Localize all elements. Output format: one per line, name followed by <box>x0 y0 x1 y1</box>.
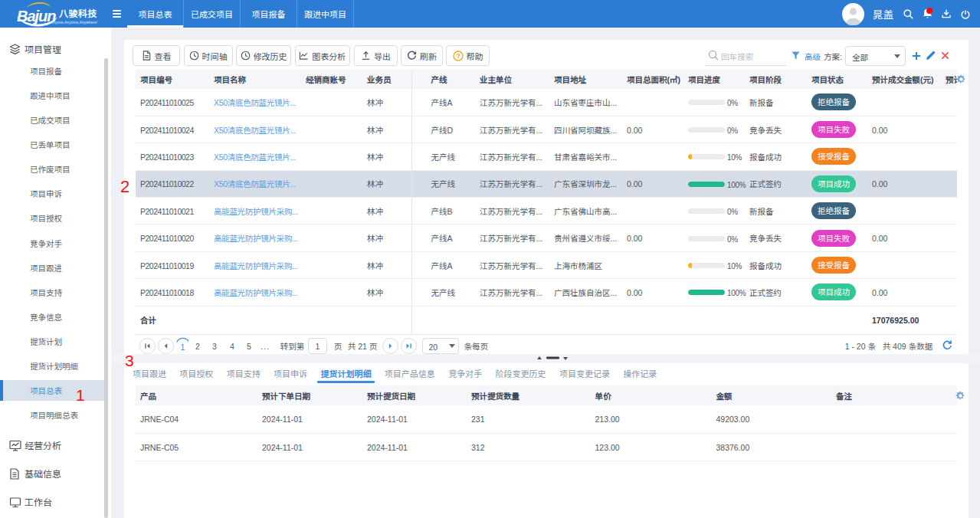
svg-text:?: ? <box>456 52 460 60</box>
